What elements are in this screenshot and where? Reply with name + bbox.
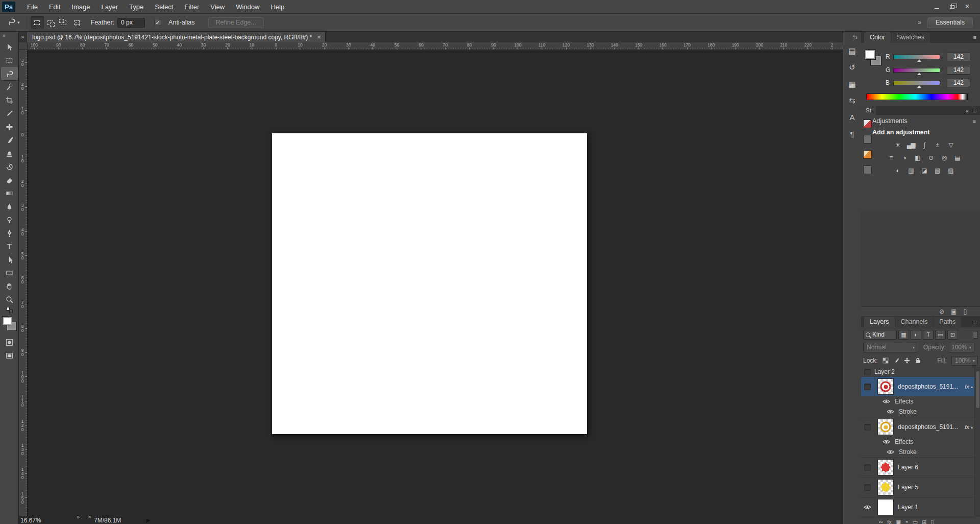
layer-visibility-toggle[interactable] (861, 377, 874, 396)
horizontal-ruler[interactable]: 1009080706050403020100102030405060708090… (28, 42, 843, 50)
effect-visibility-icon[interactable] (883, 438, 890, 446)
menu-image[interactable]: Image (66, 0, 95, 14)
panel-menu-icon[interactable]: ≡ (973, 118, 976, 124)
new-layer-icon[interactable]: ⊞ (922, 517, 926, 524)
lock-pixels-icon[interactable] (892, 356, 900, 365)
dock-expand-icon[interactable]: ⇆ (853, 32, 861, 42)
quick-selection-tool[interactable] (1, 80, 18, 93)
color-lookup-icon[interactable]: ▤ (952, 153, 963, 162)
antialias-checkbox[interactable]: ✓ (154, 19, 161, 26)
scrollbar[interactable] (974, 367, 980, 516)
clone-stamp-tool[interactable] (1, 147, 18, 160)
delete-layer-icon[interactable]: ▯ (930, 517, 934, 524)
effect-visibility-icon[interactable] (887, 408, 894, 416)
menu-layer[interactable]: Layer (96, 0, 124, 14)
panel-overflow-icon[interactable]: » (918, 19, 921, 26)
path-selection-tool[interactable] (1, 253, 18, 266)
properties-panel-icon[interactable]: ▤ (845, 43, 860, 59)
color-swatch-control[interactable] (1, 316, 18, 334)
menu-type[interactable]: Type (124, 0, 149, 14)
healing-brush-tool[interactable] (1, 120, 18, 133)
photo-filter-icon[interactable]: ⊙ (925, 153, 937, 162)
channel-mixer-icon[interactable]: ◎ (939, 153, 950, 162)
channel-value-input[interactable]: 142 (947, 66, 970, 75)
panel-menu-icon[interactable]: ≡ (973, 34, 976, 40)
filter-pixel-layers-button[interactable]: ▦ (898, 330, 909, 340)
blend-mode-dropdown[interactable]: Normal ▾ (863, 343, 918, 352)
layer-effect-row[interactable]: Stroke (861, 407, 980, 417)
channel-value-input[interactable]: 142 (947, 53, 970, 61)
dock-thumbnail[interactable] (863, 120, 872, 128)
selective-color-icon[interactable]: ▨ (945, 166, 957, 175)
character-panel-icon[interactable]: A (845, 110, 860, 125)
quick-mask-button[interactable] (1, 336, 18, 349)
tab-overflow-icon[interactable]: » (19, 32, 27, 42)
hand-tool[interactable] (1, 279, 18, 293)
clone-source-panel-icon[interactable]: ⇆ (845, 93, 860, 108)
scrollbar-thumb[interactable] (976, 371, 979, 408)
brightness-contrast-icon[interactable]: ☀ (892, 140, 903, 149)
layer-thumbnail[interactable] (877, 499, 894, 515)
delete-icon[interactable]: ▯ (963, 308, 967, 315)
lock-position-icon[interactable] (903, 356, 911, 365)
slider-thumb-icon[interactable] (917, 59, 921, 62)
intersect-selection-button[interactable] (70, 16, 84, 29)
tab-channels[interactable]: Channels (895, 317, 934, 327)
layer-visibility-toggle[interactable] (861, 417, 874, 437)
menu-select[interactable]: Select (149, 0, 179, 14)
foreground-color-swatch[interactable] (3, 317, 12, 325)
color-balance-icon[interactable]: ◑ (899, 153, 910, 162)
eyedropper-tool[interactable] (1, 107, 18, 120)
screen-mode-button[interactable] (1, 349, 18, 362)
marquee-tool[interactable] (1, 54, 18, 67)
layer-row[interactable]: Layer 6 (861, 458, 980, 477)
layer-row[interactable]: Layer 5 (861, 478, 980, 497)
zoom-level[interactable]: 16.67% (20, 517, 41, 524)
shape-tool[interactable] (1, 266, 18, 279)
tool-preset-picker[interactable]: ▾ (5, 16, 22, 29)
layer-visibility-toggle[interactable] (861, 367, 874, 376)
posterize-icon[interactable]: ▥ (905, 166, 917, 175)
channel-slider-track[interactable] (893, 55, 940, 59)
filter-kind-dropdown[interactable]: Kind (863, 330, 897, 340)
subtract-selection-button[interactable] (57, 16, 70, 29)
add-layer-mask-icon[interactable]: ▣ (896, 517, 901, 524)
layer-visibility-toggle[interactable] (861, 458, 874, 477)
layer-thumbnail[interactable] (877, 459, 894, 475)
color-spectrum[interactable] (866, 93, 968, 100)
refine-edge-button[interactable]: Refine Edge... (208, 17, 264, 28)
hue-saturation-icon[interactable]: ≡ (886, 153, 897, 162)
invert-icon[interactable]: ◐ (892, 166, 903, 175)
tab-close-icon[interactable]: × (317, 33, 321, 41)
filter-shape-layers-button[interactable]: ▭ (935, 330, 946, 340)
toolbar-collapse-icon[interactable]: » (0, 32, 6, 40)
vertical-ruler[interactable]: 3020100102030405060708090100110120130140… (19, 50, 28, 516)
document-canvas[interactable] (272, 133, 587, 434)
pen-tool[interactable] (1, 226, 18, 240)
effect-visibility-icon[interactable] (883, 398, 890, 406)
layer-thumbnail[interactable] (877, 378, 894, 395)
channel-slider-track[interactable] (893, 81, 940, 85)
menu-view[interactable]: View (205, 0, 230, 14)
brush-tool[interactable] (1, 133, 18, 147)
channel-value-input[interactable]: 142 (947, 79, 970, 87)
layer-row[interactable]: Layer 1 (861, 497, 980, 516)
tab-color[interactable]: Color (864, 32, 891, 43)
layer-thumbnail[interactable] (877, 479, 894, 495)
close-button[interactable]: × (960, 2, 975, 12)
menu-window[interactable]: Window (230, 0, 265, 14)
layer-effects-icon[interactable]: fx (887, 517, 892, 524)
menu-edit[interactable]: Edit (43, 0, 66, 14)
history-panel-icon[interactable]: ↺ (845, 60, 860, 75)
add-selection-button[interactable] (44, 16, 57, 29)
effect-visibility-icon[interactable] (887, 448, 894, 456)
history-brush-tool[interactable] (1, 160, 18, 173)
layer-thumbnail[interactable] (877, 419, 894, 435)
default-colors-icon[interactable] (1, 306, 18, 314)
filter-toggle[interactable] (973, 331, 978, 339)
layer-effect-row[interactable]: Stroke (861, 447, 980, 457)
link-layers-icon[interactable]: ∾ (878, 517, 883, 524)
panel-menu-icon[interactable]: ≡ (973, 319, 976, 325)
color-swatch-widget[interactable] (865, 50, 884, 68)
tab-styles[interactable]: St (861, 106, 876, 115)
